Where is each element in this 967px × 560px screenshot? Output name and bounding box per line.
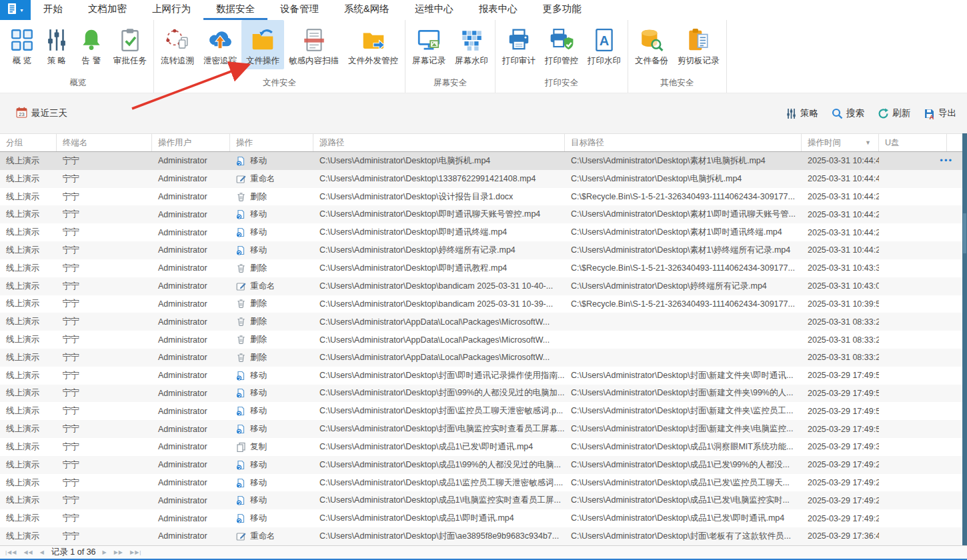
menu-tab-7[interactable]: 运维中心 (402, 0, 466, 20)
operation-cell: 移动 (230, 209, 313, 220)
table-row[interactable]: 线上演示宁宁Administrator移动C:\Users\Administra… (0, 367, 962, 385)
export-icon: A (924, 108, 935, 119)
column-header[interactable]: 分组 (0, 134, 57, 151)
user-cell: Administrator (152, 514, 230, 523)
table-row[interactable]: 线上演示宁宁Administrator移动C:\Users\Administra… (0, 509, 962, 527)
toolbar-action[interactable]: 策略 (786, 107, 818, 119)
table-row[interactable]: 线上演示宁宁Administrator删除C:\Users\Administra… (0, 331, 962, 349)
menu-tab-9[interactable]: 更多功能 (530, 0, 594, 20)
table-row[interactable]: 线上演示宁宁Administrator移动C:\Users\Administra… (0, 385, 962, 403)
ribbon-item[interactable]: 屏幕水印 (450, 20, 493, 69)
nav-last-button[interactable]: ▶▶| (130, 549, 141, 555)
menu-tab-2[interactable]: 文档加密 (75, 0, 139, 20)
ribbon-item[interactable]: 敏感内容扫描 (284, 20, 343, 69)
ribbon-item[interactable]: 文件外发管控 (343, 20, 403, 69)
ribbon-item[interactable]: 打印审计 (498, 20, 540, 69)
terminal-cell: 宁宁 (57, 245, 152, 256)
ribbon-item[interactable]: 剪切板记录 (673, 20, 724, 69)
menu-tab-1[interactable]: 开始 (31, 0, 75, 20)
operation-label: 删除 (250, 263, 267, 274)
table-row[interactable]: 线上演示宁宁Administrator重命名C:\Users\Administr… (0, 170, 962, 188)
table-row[interactable]: 线上演示宁宁Administrator移动C:\Users\Administra… (0, 223, 962, 241)
table-row[interactable]: 线上演示宁宁Administrator移动C:\Users\Administra… (0, 474, 962, 492)
table-row[interactable]: 线上演示宁宁Administrator删除C:\Users\Administra… (0, 295, 962, 313)
toolbar-action[interactable]: 搜索 (832, 107, 864, 119)
operation-cell: 重命名 (230, 173, 313, 185)
table-row[interactable]: 线上演示宁宁Administrator移动C:\Users\Administra… (0, 456, 962, 474)
delete-icon (236, 317, 246, 327)
operation-cell: 移动 (230, 387, 313, 399)
ribbon-item[interactable]: 策 略 (39, 20, 74, 69)
date-range-filter[interactable]: 23 最近三天 (16, 107, 67, 120)
ribbon-item[interactable]: 审批任务 (109, 20, 151, 69)
operation-cell: 移动 (230, 423, 313, 435)
column-header[interactable]: 操作 (230, 134, 313, 151)
column-header[interactable]: U盘 (879, 134, 947, 151)
menu-tab-5[interactable]: 设备管理 (267, 0, 331, 20)
ribbon-item[interactable]: 文件操作 (241, 20, 284, 69)
user-cell: Administrator (152, 460, 230, 469)
ribbon-item[interactable]: 概 览 (5, 20, 39, 69)
table-row[interactable]: 线上演示宁宁Administrator删除C:\Users\Administra… (0, 259, 962, 277)
table-row[interactable]: 线上演示宁宁Administrator移动C:\Users\Administra… (0, 491, 962, 509)
column-header[interactable]: 操作用户 (152, 134, 230, 151)
status-bar: |◀◀ ◀◀ ◀ 记录 1 of 36 ▶ ▶▶ ▶▶| (0, 545, 967, 560)
group-cell: 线上演示 (0, 352, 57, 363)
menu-tab-3[interactable]: 上网行为 (139, 0, 203, 20)
operation-label: 删除 (250, 298, 267, 309)
toolbar-action[interactable]: A导出 (924, 107, 956, 119)
user-cell: Administrator (152, 335, 230, 345)
table-row[interactable]: 线上演示宁宁Administrator移动C:\Users\Administra… (0, 152, 962, 170)
nav-prev-button[interactable]: ◀ (40, 549, 45, 555)
ribbon-group-label: 文件安全 (156, 77, 403, 93)
move-icon (236, 513, 246, 523)
ribbon-item[interactable]: 泄密追踪 (199, 20, 241, 69)
column-header[interactable]: 目标路径 (565, 134, 802, 151)
column-header[interactable]: 终端名 (57, 134, 152, 151)
table-row[interactable]: 线上演示宁宁Administrator删除C:\Users\Administra… (0, 188, 962, 206)
sort-descending-icon[interactable]: ▼ (865, 139, 872, 146)
menu-tab-8[interactable]: 报表中心 (466, 0, 530, 20)
column-header[interactable]: 操作时间▼ (802, 134, 879, 151)
ribbon-item[interactable]: 告 警 (74, 20, 109, 69)
terminal-cell: 宁宁 (57, 281, 152, 292)
user-cell: Administrator (152, 263, 230, 273)
operation-cell: 删除 (230, 316, 313, 327)
terminal-cell: 宁宁 (57, 513, 152, 524)
table-row[interactable]: 线上演示宁宁Administrator删除C:\Users\Administra… (0, 313, 962, 331)
menu-tab-4[interactable]: 数据安全 (203, 0, 267, 20)
user-cell: Administrator (152, 371, 230, 380)
table-row[interactable]: 线上演示宁宁Administrator删除C:\Users\Administra… (0, 349, 962, 367)
operation-label: 移动 (250, 495, 267, 506)
ribbon-item[interactable]: 流转追溯 (156, 20, 199, 69)
terminal-cell: 宁宁 (57, 334, 152, 345)
ribbon-item[interactable]: 打印管控 (540, 20, 583, 69)
source-path-cell: C:\Users\Administrator\Desktop\婷终端所有记录.m… (313, 245, 565, 256)
nav-fast-back-button[interactable]: ◀◀ (23, 549, 33, 555)
nav-first-button[interactable]: |◀◀ (5, 549, 17, 555)
table-row[interactable]: 线上演示宁宁Administrator移动C:\Users\Administra… (0, 402, 962, 420)
cloud-leak-icon (207, 25, 233, 55)
row-actions-menu[interactable]: ••• (940, 152, 953, 170)
column-header[interactable]: 源路径 (313, 134, 565, 151)
table-row[interactable]: 线上演示宁宁Administrator移动C:\Users\Administra… (0, 205, 962, 223)
toolbar-action[interactable]: 刷新 (878, 107, 910, 119)
group-cell: 线上演示 (0, 227, 57, 238)
table-row[interactable]: 线上演示宁宁Administrator重命名C:\Users\Administr… (0, 277, 962, 295)
ribbon-item[interactable]: 屏幕记录 (407, 20, 450, 69)
menu-tab-6[interactable]: 系统&网络 (331, 0, 402, 20)
table-row[interactable]: 线上演示宁宁Administrator复制C:\Users\Administra… (0, 438, 962, 456)
ribbon-item[interactable]: A打印水印 (583, 20, 626, 69)
table-row[interactable]: 线上演示宁宁Administrator移动C:\Users\Administra… (0, 420, 962, 438)
operation-cell: 移动 (230, 227, 313, 238)
column-header-label: 源路径 (319, 137, 345, 149)
ribbon-item[interactable]: 文件备份 (630, 20, 673, 69)
folder-ops-icon (250, 25, 275, 55)
time-cell: 2025-03-29 17:49:20 (802, 478, 879, 487)
vertical-scrollbar[interactable] (962, 133, 967, 545)
nav-fast-forward-button[interactable]: ▶▶ (114, 549, 123, 555)
app-menu-button[interactable]: ▼ (0, 0, 31, 20)
table-row[interactable]: 线上演示宁宁Administrator重命名C:\Users\Administr… (0, 527, 962, 545)
nav-next-button[interactable]: ▶ (103, 549, 107, 555)
table-row[interactable]: 线上演示宁宁Administrator移动C:\Users\Administra… (0, 241, 962, 259)
